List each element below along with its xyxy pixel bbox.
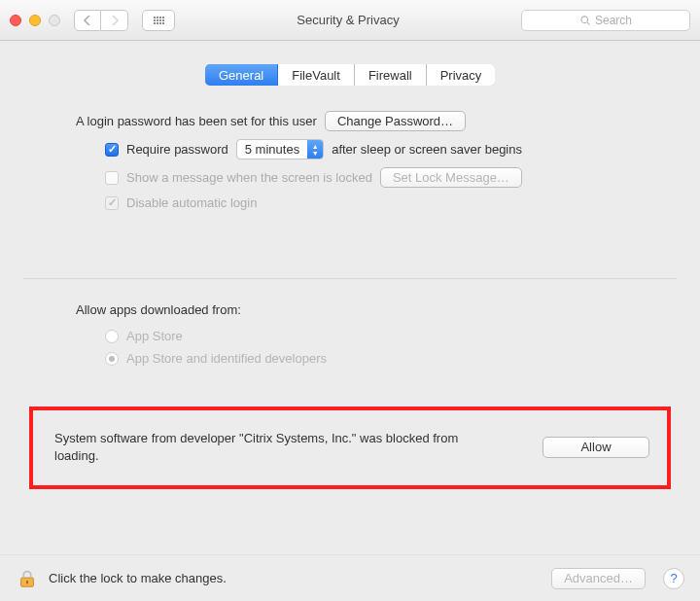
forward-button[interactable] [101,10,128,31]
minimize-window-button[interactable] [29,15,41,26]
blocked-software-box: System software from developer "Citrix S… [29,407,671,489]
help-icon: ? [670,571,677,585]
lock-help-text: Click the lock to make changes. [49,571,227,585]
set-lock-message-button: Set Lock Message… [380,167,522,188]
help-button[interactable]: ? [663,568,684,589]
footer: Click the lock to make changes. Advanced… [0,554,700,601]
radio-appstore-identified-label: App Store and identified developers [126,351,327,366]
nav-back-forward [74,10,128,31]
chevron-right-icon [111,16,119,25]
require-password-delay-popup[interactable]: 5 minutes ▲▼ [236,139,324,159]
login-password-label: A login password has been set for this u… [76,114,317,128]
require-password-label: Require password [126,142,228,157]
search-placeholder: Search [595,14,632,27]
change-password-button[interactable]: Change Password… [325,111,466,131]
delay-value: 5 minutes [245,142,307,157]
window-title: Security & Privacy [297,13,399,27]
after-sleep-label: after sleep or screen saver begins [332,142,522,157]
show-all-button[interactable] [142,10,175,31]
search-icon [579,15,591,26]
disable-auto-login-label: Disable automatic login [126,195,257,210]
svg-point-0 [581,16,588,22]
tab-bar: General FileVault Firewall Privacy [205,64,495,86]
allow-apps-section: Allow apps downloaded from: App Store Ap… [0,279,700,366]
tab-privacy[interactable]: Privacy [427,64,495,86]
tab-general[interactable]: General [205,64,278,86]
window-controls [10,15,60,26]
search-input[interactable]: Search [521,10,690,31]
lock-icon [17,568,38,589]
chevron-left-icon [84,16,91,25]
stepper-icon: ▲▼ [307,140,323,159]
require-password-checkbox[interactable] [105,143,119,157]
tab-firewall[interactable]: Firewall [355,64,427,86]
svg-line-1 [587,21,590,24]
radio-appstore-label: App Store [126,329,183,343]
zoom-window-button [49,15,60,26]
radio-appstore-identified [105,352,119,366]
login-password-section: A login password has been set for this u… [0,86,700,210]
titlebar: Security & Privacy Search [0,0,700,41]
show-message-label: Show a message when the screen is locked [126,170,372,185]
disable-auto-login-checkbox [105,196,119,210]
radio-appstore [105,330,119,343]
tab-filevault[interactable]: FileVault [278,64,355,86]
blocked-software-message: System software from developer "Citrix S… [54,430,502,464]
allow-button[interactable]: Allow [542,437,649,458]
content-area: General FileVault Firewall Privacy A log… [0,41,700,489]
svg-rect-3 [26,580,28,583]
lock-button[interactable] [16,567,39,590]
advanced-button: Advanced… [551,568,646,589]
back-button[interactable] [74,10,101,31]
close-window-button[interactable] [10,15,21,26]
show-message-checkbox [105,171,119,185]
grid-icon [154,17,164,24]
allow-apps-heading: Allow apps downloaded from: [76,302,638,317]
